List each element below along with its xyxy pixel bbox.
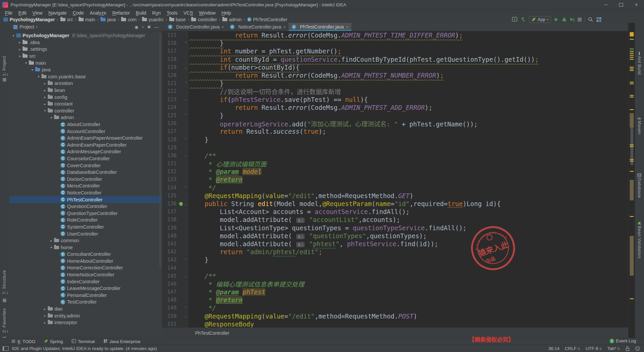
fold-marker-icon[interactable]: ⌃ <box>183 306 188 310</box>
code-line-137[interactable]: 137 List<Account> accounts = accountServ… <box>162 208 628 216</box>
tab-noticecontroller[interactable]: CNoticeController.java× <box>227 23 289 31</box>
tree-item-questioncontroller[interactable]: CQuestionController <box>9 203 162 210</box>
lock-icon[interactable] <box>625 346 630 351</box>
run-anything-icon[interactable] <box>512 17 518 22</box>
menu-edit[interactable]: Edit <box>16 10 30 16</box>
fold-marker-icon[interactable]: ⌃ <box>183 41 188 45</box>
code-line-122[interactable]: 122 //到这说明一切符合条件，进行数据库新增 <box>162 87 628 95</box>
toolwindow-button-todo[interactable]: 6: TODO <box>11 339 36 344</box>
code-line-128[interactable]: 128⌃ } <box>162 135 628 143</box>
event-log-button[interactable]: 1 Event Log <box>609 338 636 343</box>
toolwindow-button-favorites[interactable]: 2: Favorites <box>2 308 7 333</box>
code-line-134[interactable]: 134⌃ */ <box>162 184 628 192</box>
tree-item-homeaboutcontroller[interactable]: CHomeAboutController <box>9 258 162 265</box>
tree-item-aboutcontroller[interactable]: CAboutController <box>9 121 162 128</box>
code-line-142[interactable]: 142 return "admin/phtest/edit"; <box>162 248 628 256</box>
toolwindow-button-terminal[interactable]: Terminal <box>72 339 95 344</box>
toolwindow-button-antbuild[interactable]: Ant Build <box>637 56 642 75</box>
project-panel-header[interactable]: Project ▾ ◉÷✱— <box>9 23 162 31</box>
tree-item-accountcontroller[interactable]: CAccountController <box>9 128 162 135</box>
fold-marker-icon[interactable]: ⌄ <box>183 314 188 318</box>
code-line-121[interactable]: 121⌃ } <box>162 79 628 87</box>
chevron-collapsed-icon[interactable]: ▸ <box>42 307 48 311</box>
breadcrumb-item-phtestcontroller[interactable]: CPhTestController <box>247 17 288 22</box>
code-line-123[interactable]: 123⌄ if(phTestService.save(phTest) == nu… <box>162 96 628 104</box>
gear-icon[interactable]: ✱ <box>147 25 151 30</box>
editor-breadcrumb-item[interactable]: PhTestController <box>195 330 230 336</box>
locate-file-icon[interactable]: ◉ <box>135 25 138 30</box>
search-everywhere-icon[interactable] <box>588 17 593 22</box>
chevron-collapsed-icon[interactable]: ▸ <box>42 102 48 106</box>
hector-inspection-icon[interactable] <box>635 346 640 351</box>
tree-item-questiontypecontroller[interactable]: CQuestionTypeController <box>9 210 162 217</box>
tree-item-systemcontroller[interactable]: CSystemController <box>9 224 162 231</box>
tree-item-rolecontroller[interactable]: CRoleController <box>9 217 162 224</box>
tab-doctorcontroller[interactable]: CDoctorController.java× <box>165 23 227 31</box>
tree-item-dao[interactable]: ▸dao <box>9 306 162 313</box>
code-line-116[interactable]: 116⌃ } <box>162 39 628 47</box>
chevron-expanded-icon[interactable]: ▾ <box>36 75 41 78</box>
tree-item-usercontroller[interactable]: CUserController <box>9 230 162 237</box>
tree-item-homecorrectioncontroller[interactable]: CHomeCorrectionController <box>9 264 162 271</box>
code-line-117[interactable]: 117 int number = phTest.getNumber(); <box>162 47 628 55</box>
code-line-131[interactable]: 131 * 心理测试编辑页面 <box>162 160 628 168</box>
menu-view[interactable]: View <box>30 10 45 16</box>
chevron-collapsed-icon[interactable]: ▸ <box>42 95 48 99</box>
collapse-all-icon[interactable]: ÷ <box>142 25 144 30</box>
code-line-144[interactable]: 144 <box>162 264 628 272</box>
run-configuration-select[interactable]: App ▾ <box>529 16 551 23</box>
code-line-118[interactable]: 118 int countById = questionService.find… <box>162 55 628 63</box>
code-line-127[interactable]: 127 return Result.success(true); <box>162 127 628 135</box>
menu-window[interactable]: Window <box>196 10 219 16</box>
toolwindow-button-maven[interactable]: Maven <box>637 121 642 135</box>
breadcrumb-item-com[interactable]: com <box>121 17 136 22</box>
tree-item-testcontroller[interactable]: CTestController <box>9 299 162 306</box>
tree-item-main[interactable]: ▾main <box>9 59 162 66</box>
breadcrumb-item-psychologymanager[interactable]: PsychologyManager <box>3 17 55 22</box>
code-line-125[interactable]: 125⌃ } <box>162 111 628 119</box>
hide-panel-icon[interactable]: — <box>154 25 159 30</box>
tree-item-counselorcontroller[interactable]: CCounselorController <box>9 155 162 162</box>
close-tab-icon[interactable]: × <box>283 25 286 30</box>
menu-code[interactable]: Code <box>70 10 87 16</box>
tree-item-config[interactable]: ▸config <box>9 94 162 101</box>
spring-bean-gutter-icon[interactable] <box>179 202 183 206</box>
tree-item-src[interactable]: ▾src <box>9 53 162 60</box>
tree-item-noticecontroller[interactable]: CNoticeController <box>9 189 162 196</box>
toolwindow-button-spring[interactable]: Spring <box>44 339 63 344</box>
close-button[interactable]: × <box>629 0 644 9</box>
breadcrumb-item-yuanlrc[interactable]: yuanlrc <box>142 17 164 22</box>
fold-marker-icon[interactable]: ⌃ <box>183 113 188 117</box>
fold-marker-icon[interactable]: ⌄ <box>183 202 188 206</box>
toolwindow-button-project[interactable]: 1: Project <box>2 56 7 76</box>
close-tab-icon[interactable]: × <box>222 25 224 30</box>
fold-marker-icon[interactable]: ⌃ <box>183 258 188 262</box>
breadcrumb-item-admin[interactable]: admin <box>222 17 242 22</box>
tree-item-homenoticecontroller[interactable]: CHomeNoticeController <box>9 271 162 278</box>
minimize-button[interactable] <box>598 0 613 9</box>
code-line-133[interactable]: 133 * @return <box>162 176 628 183</box>
indent-widget[interactable]: Tab*⇅ <box>608 346 620 351</box>
coverage-button[interactable] <box>570 17 575 22</box>
chevron-expanded-icon[interactable]: ▾ <box>48 116 54 119</box>
menu-help[interactable]: Help <box>219 10 234 16</box>
chevron-collapsed-icon[interactable]: ▸ <box>42 82 48 85</box>
close-tab-icon[interactable]: × <box>346 25 348 30</box>
tree-item-java[interactable]: ▾java <box>9 66 162 73</box>
code-line-150[interactable]: 150⌄ @RequestMapping(value="/edit",metho… <box>162 312 628 320</box>
fold-marker-icon[interactable]: ⌃ <box>183 185 188 190</box>
run-button[interactable] <box>554 17 559 22</box>
menu-analyze[interactable]: Analyze <box>87 10 109 16</box>
fold-marker-icon[interactable]: ⌄ <box>183 65 188 69</box>
build-hammer-icon[interactable] <box>521 17 526 22</box>
tree-item-admin[interactable]: ▾admin <box>9 114 162 121</box>
tree-item-.settings[interactable]: ▸.settings <box>9 46 162 53</box>
menu-vcs[interactable]: VCS <box>180 10 196 16</box>
tree-item-constant[interactable]: ▸constant <box>9 101 162 107</box>
debug-button[interactable] <box>562 17 567 22</box>
code-line-130[interactable]: 130⌄ /** <box>162 152 628 160</box>
tree-item-adminmessagecontroller[interactable]: CAdminMessageController <box>9 148 162 155</box>
code-line-141[interactable]: 141 model.addAttribute( s: "phtest", phT… <box>162 240 628 248</box>
code-line-126[interactable]: 126 operaterLogService.add("添加心理测试，心理测试名… <box>162 119 628 127</box>
code-line-143[interactable]: 143⌃ } <box>162 256 628 264</box>
